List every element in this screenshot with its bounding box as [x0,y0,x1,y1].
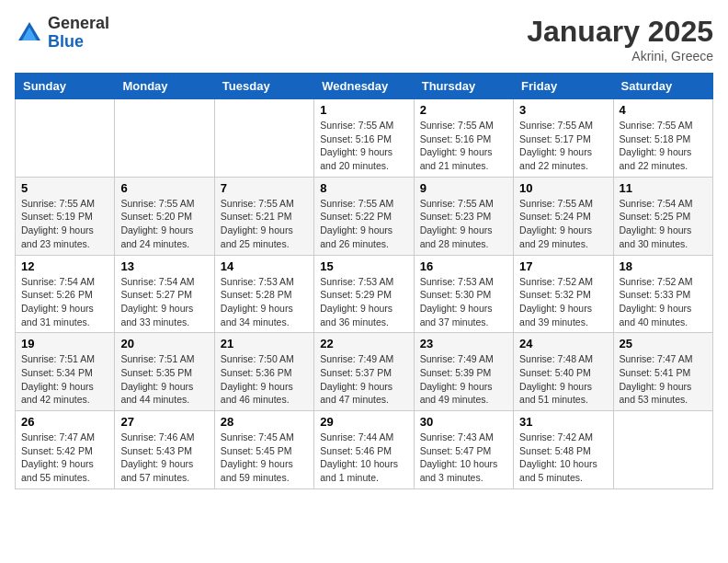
day-info: Sunrise: 7:50 AMSunset: 5:36 PMDaylight:… [221,352,308,407]
day-info: Sunrise: 7:54 AMSunset: 5:25 PMDaylight:… [620,197,707,251]
table-row: 5Sunrise: 7:55 AMSunset: 5:19 PMDaylight… [16,177,115,255]
day-number: 13 [120,259,208,273]
day-info: Sunrise: 7:55 AMSunset: 5:20 PMDaylight:… [120,197,208,251]
calendar-week-row: 12Sunrise: 7:54 AMSunset: 5:26 PMDayligh… [16,255,713,333]
day-number: 23 [420,337,507,350]
day-number: 18 [620,259,707,273]
day-number: 30 [420,415,507,429]
day-info: Sunrise: 7:46 AMSunset: 5:43 PMDaylight:… [120,431,208,485]
table-row: 7Sunrise: 7:55 AMSunset: 5:21 PMDaylight… [214,177,313,255]
table-row [214,99,313,178]
table-row: 13Sunrise: 7:54 AMSunset: 5:27 PMDayligh… [115,255,214,333]
day-number: 22 [320,337,407,350]
day-number: 7 [221,181,308,195]
table-row: 12Sunrise: 7:54 AMSunset: 5:26 PMDayligh… [16,255,115,333]
day-info: Sunrise: 7:53 AMSunset: 5:30 PMDaylight:… [420,275,507,329]
day-number: 27 [120,415,208,429]
day-info: Sunrise: 7:52 AMSunset: 5:32 PMDaylight:… [519,275,607,329]
day-number: 4 [620,103,707,117]
day-number: 1 [320,103,407,117]
table-row: 4Sunrise: 7:55 AMSunset: 5:18 PMDaylight… [613,99,712,178]
day-number: 31 [519,415,607,429]
day-info: Sunrise: 7:44 AMSunset: 5:46 PMDaylight:… [320,431,407,485]
day-info: Sunrise: 7:55 AMSunset: 5:21 PMDaylight:… [221,197,308,251]
day-number: 9 [420,181,507,195]
day-number: 6 [120,181,208,195]
day-number: 3 [519,103,607,117]
table-row: 30Sunrise: 7:43 AMSunset: 5:47 PMDayligh… [414,411,513,489]
day-number: 19 [21,337,108,350]
month-title: January 2025 [527,15,713,49]
day-number: 26 [21,415,108,429]
logo: General Blue [15,15,109,52]
day-number: 15 [320,259,407,273]
table-row [613,411,712,489]
logo-icon [15,18,44,48]
table-row: 27Sunrise: 7:46 AMSunset: 5:43 PMDayligh… [115,411,214,489]
day-info: Sunrise: 7:47 AMSunset: 5:41 PMDaylight:… [620,352,707,407]
table-row: 25Sunrise: 7:47 AMSunset: 5:41 PMDayligh… [613,333,712,411]
calendar-week-row: 19Sunrise: 7:51 AMSunset: 5:34 PMDayligh… [16,333,713,411]
table-row: 8Sunrise: 7:55 AMSunset: 5:22 PMDaylight… [314,177,414,255]
table-row: 31Sunrise: 7:42 AMSunset: 5:48 PMDayligh… [514,411,613,489]
table-row [16,99,115,178]
day-number: 17 [519,259,607,273]
day-number: 8 [320,181,407,195]
day-info: Sunrise: 7:42 AMSunset: 5:48 PMDaylight:… [519,431,607,485]
day-number: 29 [320,415,407,429]
table-row: 18Sunrise: 7:52 AMSunset: 5:33 PMDayligh… [613,255,712,333]
day-number: 5 [21,181,108,195]
day-number: 21 [221,337,308,350]
calendar-week-row: 26Sunrise: 7:47 AMSunset: 5:42 PMDayligh… [16,411,713,489]
col-tuesday: Tuesday [214,74,313,99]
day-number: 16 [420,259,507,273]
table-row: 10Sunrise: 7:55 AMSunset: 5:24 PMDayligh… [514,177,613,255]
day-info: Sunrise: 7:43 AMSunset: 5:47 PMDaylight:… [420,431,507,485]
calendar-table: Sunday Monday Tuesday Wednesday Thursday… [15,73,713,489]
day-info: Sunrise: 7:53 AMSunset: 5:29 PMDaylight:… [320,275,407,329]
col-thursday: Thursday [414,74,513,99]
day-info: Sunrise: 7:55 AMSunset: 5:19 PMDaylight:… [21,197,108,251]
day-info: Sunrise: 7:49 AMSunset: 5:39 PMDaylight:… [420,352,507,407]
table-row: 28Sunrise: 7:45 AMSunset: 5:45 PMDayligh… [214,411,313,489]
table-row: 2Sunrise: 7:55 AMSunset: 5:16 PMDaylight… [414,99,513,178]
day-info: Sunrise: 7:55 AMSunset: 5:16 PMDaylight:… [320,119,407,173]
table-row: 24Sunrise: 7:48 AMSunset: 5:40 PMDayligh… [514,333,613,411]
table-row: 16Sunrise: 7:53 AMSunset: 5:30 PMDayligh… [414,255,513,333]
day-number: 12 [21,259,108,273]
day-number: 24 [519,337,607,350]
table-row: 23Sunrise: 7:49 AMSunset: 5:39 PMDayligh… [414,333,513,411]
day-info: Sunrise: 7:55 AMSunset: 5:24 PMDaylight:… [519,197,607,251]
day-number: 28 [221,415,308,429]
table-row: 17Sunrise: 7:52 AMSunset: 5:32 PMDayligh… [514,255,613,333]
calendar-week-row: 1Sunrise: 7:55 AMSunset: 5:16 PMDaylight… [16,99,713,178]
day-info: Sunrise: 7:55 AMSunset: 5:23 PMDaylight:… [420,197,507,251]
col-monday: Monday [115,74,214,99]
day-info: Sunrise: 7:51 AMSunset: 5:34 PMDaylight:… [21,352,108,407]
day-info: Sunrise: 7:54 AMSunset: 5:26 PMDaylight:… [21,275,108,329]
logo-text: General Blue [48,15,109,52]
table-row: 21Sunrise: 7:50 AMSunset: 5:36 PMDayligh… [214,333,313,411]
day-info: Sunrise: 7:54 AMSunset: 5:27 PMDaylight:… [120,275,208,329]
table-row: 29Sunrise: 7:44 AMSunset: 5:46 PMDayligh… [314,411,414,489]
col-wednesday: Wednesday [314,74,414,99]
day-info: Sunrise: 7:47 AMSunset: 5:42 PMDaylight:… [21,431,108,485]
day-info: Sunrise: 7:48 AMSunset: 5:40 PMDaylight:… [519,352,607,407]
table-row: 1Sunrise: 7:55 AMSunset: 5:16 PMDaylight… [314,99,414,178]
table-row: 19Sunrise: 7:51 AMSunset: 5:34 PMDayligh… [16,333,115,411]
day-info: Sunrise: 7:55 AMSunset: 5:18 PMDaylight:… [620,119,707,173]
table-row [115,99,214,178]
day-info: Sunrise: 7:55 AMSunset: 5:17 PMDaylight:… [519,119,607,173]
logo-general: General [48,15,109,33]
day-number: 14 [221,259,308,273]
location: Akrini, Greece [527,49,713,63]
title-block: January 2025 Akrini, Greece [527,15,713,63]
table-row: 20Sunrise: 7:51 AMSunset: 5:35 PMDayligh… [115,333,214,411]
day-info: Sunrise: 7:45 AMSunset: 5:45 PMDaylight:… [221,431,308,485]
col-saturday: Saturday [613,74,712,99]
day-number: 10 [519,181,607,195]
day-info: Sunrise: 7:49 AMSunset: 5:37 PMDaylight:… [320,352,407,407]
day-number: 25 [620,337,707,350]
calendar-week-row: 5Sunrise: 7:55 AMSunset: 5:19 PMDaylight… [16,177,713,255]
day-info: Sunrise: 7:55 AMSunset: 5:16 PMDaylight:… [420,119,507,173]
